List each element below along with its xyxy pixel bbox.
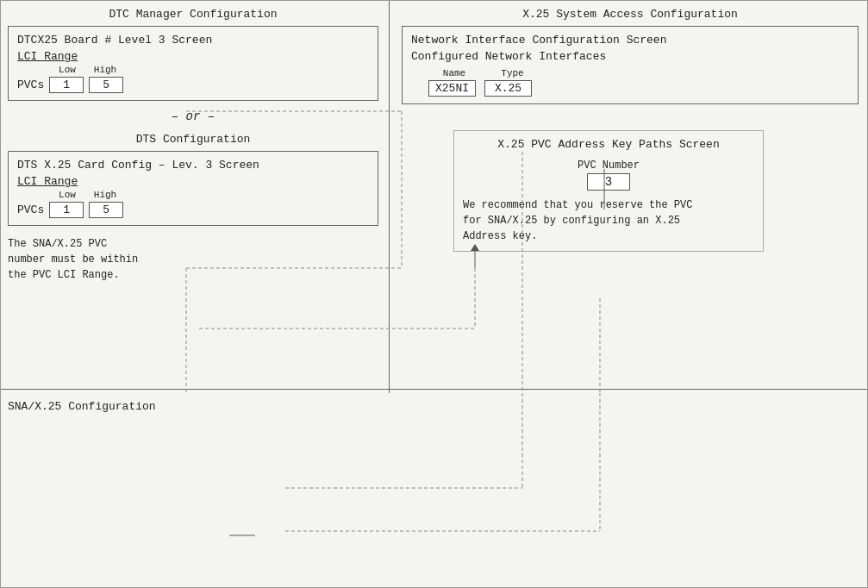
network-panel: Network Interface Configuration Screen C… [402,26,859,104]
dtc-section-title: DTC Manager Configuration [8,8,378,21]
dts-low-header: Low [50,190,84,200]
configured-title: Configured Network Interfaces [411,50,849,63]
x25-section-title: X.25 System Access Configuration [402,8,859,21]
name-col-header: Name [428,68,480,78]
recommend-line3: Address key. [463,228,754,244]
pvc-number-section: PVC Number 3 [463,160,754,191]
type-col-header: Type [489,68,536,78]
dtc-panel-title: DTCX25 Board # Level 3 Screen [17,34,369,47]
or-text: – or – [172,109,215,123]
dtc-panel: DTCX25 Board # Level 3 Screen LCI Range … [8,26,378,101]
ni-name-cell[interactable]: X25NI [428,80,476,97]
dts-pvcs-high[interactable]: 5 [89,202,123,218]
ni-row: X25NI X.25 [428,80,849,97]
ni-table: Name Type X25NI X.25 [428,68,849,97]
vertical-divider [389,1,390,393]
horizontal-divider [1,389,867,390]
dtc-col-headers: Low High [50,65,369,75]
dts-section: DTS Configuration DTS X.25 Card Config –… [8,133,378,226]
dtc-section: DTC Manager Configuration DTCX25 Board #… [8,8,378,283]
main-container: DTC Manager Configuration DTCX25 Board #… [0,0,868,588]
dts-col-headers: Low High [50,190,369,200]
pvc-address-title: X.25 PVC Address Key Paths Screen [463,138,754,151]
recommend-line2: for SNA/X.25 by configuring an X.25 [463,213,754,228]
network-panel-title: Network Interface Configuration Screen [411,34,849,47]
ni-type-cell[interactable]: X.25 [484,80,532,97]
pvc-address-panel: X.25 PVC Address Key Paths Screen PVC Nu… [453,130,764,252]
dts-lci-range-label: LCI Range [17,175,78,188]
dtc-high-header: High [88,65,122,75]
pvc-number-value[interactable]: 3 [587,173,630,191]
recommend-line1: We recommend that you reserve the PVC [463,197,754,213]
sna-section: SNA/X.25 Configuration The name of the N… [1,393,868,588]
pvc-number-label: PVC Number [463,160,754,172]
pvc-recommend: We recommend that you reserve the PVC fo… [463,197,754,244]
dts-high-header: High [88,190,122,200]
dts-section-title: DTS Configuration [8,133,378,146]
dts-panel-title: DTS X.25 Card Config – Lev. 3 Screen [17,159,369,172]
sna-section-title: SNA/X.25 Configuration [8,400,862,413]
pvc-note: The SNA/X.25 PVC number must be within t… [8,236,378,283]
dtc-pvcs-label: PVCs [17,78,44,91]
x25-section: X.25 System Access Configuration Network… [402,8,859,252]
dts-pvcs-label: PVCs [17,203,44,216]
dts-panel: DTS X.25 Card Config – Lev. 3 Screen LCI… [8,151,378,226]
dtc-pvcs-low[interactable]: 1 [49,77,84,93]
dtc-lci-range-label: LCI Range [17,50,78,63]
pvc-note-line3: the PVC LCI Range. [8,267,378,283]
dts-pvcs-low[interactable]: 1 [49,202,84,218]
pvc-note-line1: The SNA/X.25 PVC [8,236,378,252]
or-divider: – or – [8,109,378,124]
dtc-pvcs-high[interactable]: 5 [89,77,123,93]
dtc-low-header: Low [50,65,84,75]
dtc-pvcs-row: PVCs 1 5 [17,77,369,93]
pvc-note-line2: number must be within [8,252,378,267]
dts-pvcs-row: PVCs 1 5 [17,202,369,218]
